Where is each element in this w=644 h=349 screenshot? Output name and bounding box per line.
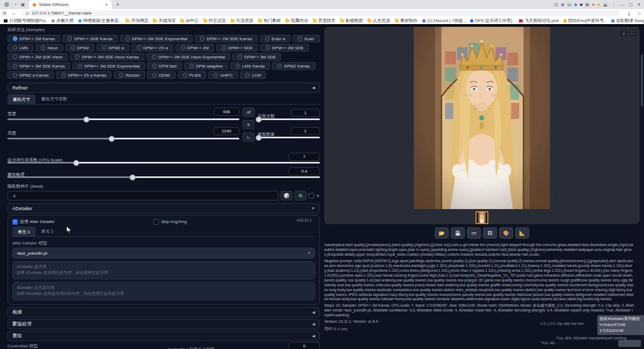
batch-count-slider[interactable] [258,118,320,120]
adetailer-unit-tab[interactable]: 单元 1 [12,227,35,236]
extension-icon[interactable]: ▣ [586,3,590,7]
sampler-option[interactable]: UniPC [208,71,238,79]
batch-count-input[interactable]: 1 [291,109,320,117]
clock-icon[interactable]: ◔ [14,2,17,7]
width-input[interactable]: 936 [214,108,239,116]
sampler-option[interactable]: DPM++ SDE [216,44,258,51]
sampler-option[interactable]: DPM++ 2M SDE Heun [8,53,68,61]
sampler-option[interactable]: DPM++ 2S a [131,44,173,51]
reuse-seed-button[interactable]: ♻ [295,191,306,201]
adetailer-negative-textarea[interactable]: ADetailer 反向提示词 如果 ADetailer 反向提示词内容为空，则… [12,282,315,300]
extension-icon[interactable]: ◳ [554,3,559,7]
menu-icon[interactable]: ⋮ [612,2,616,7]
sampler-option[interactable]: DPM2 Karras [272,62,315,70]
sampler-option[interactable]: DPM++ 3M SDE Karras [8,62,70,70]
scrollbar-thumb[interactable] [641,55,643,106]
gallery-action-button[interactable]: 💾 [451,227,465,239]
bookmark-item[interactable]: 水獭大师 [52,18,74,24]
bookmark-item[interactable]: 开淘网店 [126,18,148,24]
bookmark-item[interactable]: (1) Discord | +快捷.. [422,18,465,24]
detect-size-button[interactable]: ◺ [243,132,254,142]
seed-extra-checkbox[interactable] [309,193,314,198]
sampler-option[interactable]: DPM2 a [97,44,129,51]
bookmark-item[interactable]: 哔哩视频/主播单选.. [78,18,121,24]
gallery-action-button[interactable]: 🖼 [483,227,497,239]
gallery-action-button[interactable]: 🎨 [499,227,513,239]
sampler-option[interactable]: DPM2 a Karras [8,71,54,79]
batch-size-input[interactable]: 1 [291,127,320,135]
sampler-option[interactable]: DPM++ 3M SDE [232,53,281,61]
image-download-icon[interactable]: ⤓ [620,29,627,36]
adetailer-prompt-textarea[interactable]: ADetailer 提示词 如果 ADetailer 提示词内容为空，则会使用主… [12,261,315,279]
sampler-option[interactable]: DPM++ SDE Karras [62,35,118,42]
bookmark-item[interactable]: 介绍账号嘲拍摄PcL [4,18,47,24]
gallery-thumbnail[interactable] [475,211,488,224]
extension-icon[interactable]: ⬓ [603,3,608,7]
adetailer-unit-tab[interactable]: 单元 2 [36,227,58,236]
sampler-option[interactable]: DPM2 [65,44,94,51]
bookmark-item[interactable]: OPS 提示词工作室|.. [470,18,515,24]
minimize-icon[interactable]: — [620,2,625,7]
generated-image[interactable] [414,27,550,209]
guidance-start-input[interactable]: 0 [289,342,320,349]
random-seed-button[interactable]: 🎲 [281,191,292,201]
height-slider[interactable] [8,138,239,139]
bookmark-item[interactable]: 谷歌翻译 Google.. [611,18,644,24]
denoise-input[interactable]: 0.4 [289,167,320,175]
bookmark-item[interactable]: 人生光源 [368,18,390,24]
width-slider[interactable] [8,118,239,120]
bookmark-star-icon[interactable]: ☆ [637,11,641,16]
bookmark-item[interactable]: 热门素材 [258,18,281,24]
extension-icon[interactable]: ● [592,3,595,7]
profile-avatar[interactable] [4,2,9,7]
bookmark-item[interactable]: 电脑内存 [286,18,308,24]
resize-tab[interactable]: 重绘尺寸 [8,94,35,104]
bookmark-item[interactable]: 引流资源 [231,18,253,24]
sampler-option[interactable]: DPM++ 2M SDE Exponential [120,35,193,42]
refiner-accordion[interactable]: Refiner ◀ [8,83,320,93]
sampler-option[interactable]: LMS [8,44,33,51]
bookmark-item[interactable]: 防白Emoj中奖符号.. [564,18,606,24]
height-input[interactable]: 1240 [214,127,239,135]
extension-icon[interactable]: ■ [580,3,583,7]
sampler-option[interactable]: Euler a [260,35,290,42]
new-tab-button[interactable]: + [116,2,119,8]
address-bar[interactable]: ◎ 127.0.0.1:7860/?__theme=dark [22,10,620,16]
cfg-input[interactable]: 7 [289,153,320,161]
denoise-slider[interactable] [8,176,320,178]
bookmark-item[interactable]: 天猫淘宝 [153,18,175,24]
sampler-option[interactable]: Heun [35,44,63,51]
download-icon[interactable]: ⭳ [627,11,632,16]
page-scrollbar[interactable] [641,53,643,347]
bookmark-item[interactable]: 飞天剪辑论坛.pnd [519,18,559,24]
sampler-option[interactable]: LCM [240,71,266,79]
image-fullscreen-icon[interactable]: ⛶ [629,29,636,36]
accordion-section[interactable]: 蒙版处理 ◀ [8,319,320,329]
browser-tab[interactable]: Stable Diffusion ✕ [29,0,112,9]
sampler-option[interactable]: LMS Karras [230,62,270,70]
gallery-action-button[interactable]: 🗃 [467,227,481,239]
sampler-option[interactable]: Euler [292,35,320,42]
bookmark-item[interactable]: 影视数据 [340,18,363,24]
bookmark-item[interactable]: 页面技术 [313,18,335,24]
batch-size-slider[interactable] [258,137,320,138]
sampler-option[interactable]: Restart [114,71,145,79]
sampler-option[interactable]: DPM++ 2M SDE Karras [195,35,258,42]
sampler-option[interactable]: PLMS [178,71,207,79]
bookmark-item[interactable]: 素材制作 [395,18,418,24]
extension-icon[interactable]: ◆ [574,3,577,7]
gallery-action-button[interactable]: 📐 [515,227,529,239]
gallery-action-button[interactable]: 📂 [435,227,449,239]
sampler-option[interactable]: DPM++ 2M SDE [260,44,309,51]
extension-icon[interactable]: ◈ [597,3,601,7]
aspect-off-button[interactable]: off [243,108,254,117]
extension-icon[interactable]: ◉ [561,3,565,7]
bookmark-item[interactable]: 抖音运营 [203,18,226,24]
home-icon[interactable]: ⌂ [12,11,15,16]
window-icon[interactable]: ▣ [21,2,25,7]
tab-close-icon[interactable]: ✕ [105,3,108,7]
sampler-option[interactable]: DDIM [147,71,175,79]
extension-icon[interactable]: ▤ [567,3,572,7]
seed-input[interactable]: -1 [8,191,279,201]
close-icon[interactable]: ✕ [637,2,641,7]
